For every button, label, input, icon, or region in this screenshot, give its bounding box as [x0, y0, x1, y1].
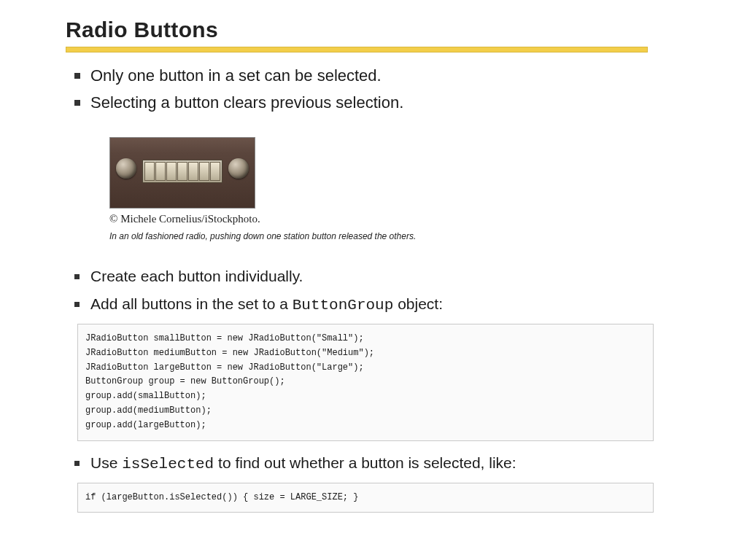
code-block-1: JRadioButton smallButton = new JRadioBut…: [77, 324, 654, 441]
knob-left-icon: [116, 158, 136, 179]
bullet-mid-1: Create each button individually.: [74, 265, 681, 292]
preset-button-icon: [155, 162, 166, 181]
radio-image: [109, 137, 255, 209]
preset-button-icon: [199, 162, 209, 181]
code-block-2: if (largeButton.isSelected()) { size = L…: [77, 483, 654, 513]
bullet-mid-2-pre: Add all buttons in the set to a: [90, 295, 293, 312]
preset-button-icon: [210, 162, 220, 181]
image-credit: © Michele Cornelius/iStockphoto.: [109, 213, 681, 225]
bullet-mid-2-code: ButtonGroup: [293, 297, 394, 314]
title-rule: [66, 47, 648, 52]
image-caption: In an old fashioned radio, pushing down …: [109, 231, 681, 241]
bullet-mid-3-post: to find out whether a button is selected…: [214, 454, 516, 471]
preset-button-icon: [188, 162, 198, 181]
mid-bullets: Create each button individually. Add all…: [66, 265, 681, 321]
bullet-top-1: Only one button in a set can be selected…: [74, 64, 681, 91]
tuner-row: [142, 160, 222, 183]
figure: © Michele Cornelius/iStockphoto. In an o…: [109, 137, 681, 241]
lower-bullets: Use isSelected to find out whether a but…: [66, 451, 681, 480]
bullet-mid-2-post: object:: [393, 295, 443, 312]
bullet-mid-3: Use isSelected to find out whether a but…: [74, 451, 681, 480]
bullet-top-2: Selecting a button clears previous selec…: [74, 91, 681, 118]
knob-right-icon: [228, 158, 249, 179]
preset-button-icon: [177, 162, 187, 181]
top-bullets: Only one button in a set can be selected…: [66, 64, 681, 118]
slide-title: Radio Buttons: [66, 18, 681, 42]
preset-button-icon: [166, 162, 177, 181]
bullet-mid-3-pre: Use: [90, 454, 122, 471]
bullet-mid-3-code: isSelected: [122, 456, 214, 472]
bullet-mid-2: Add all buttons in the set to a ButtonGr…: [74, 292, 681, 321]
preset-button-icon: [144, 162, 155, 181]
